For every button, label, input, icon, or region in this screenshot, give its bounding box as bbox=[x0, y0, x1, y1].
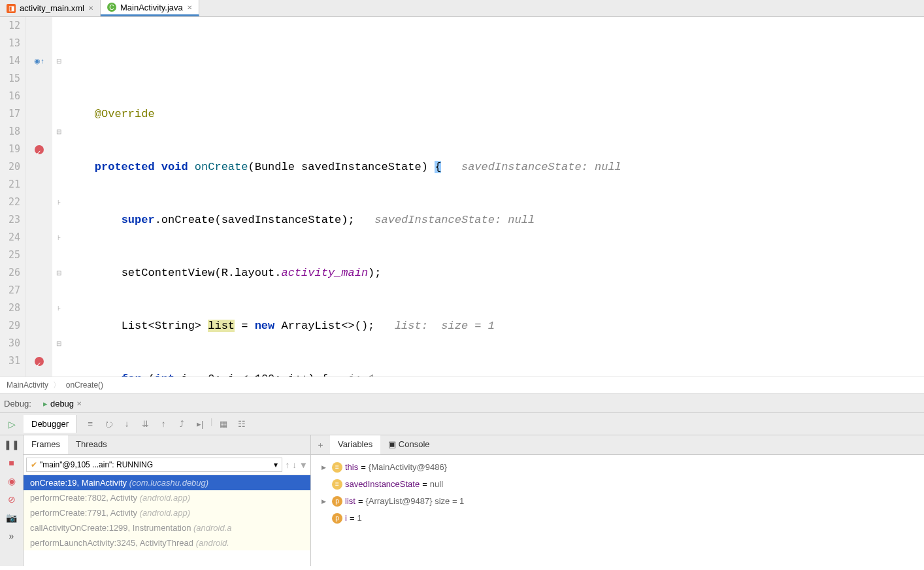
evaluate-icon[interactable]: ▦ bbox=[216, 416, 231, 432]
breadcrumb-method[interactable]: onCreate() bbox=[66, 380, 103, 390]
fold-gutter: ⊟ ⊟ ⊦ ⊦ ⊟ ⊦ ⊟ bbox=[52, 17, 65, 377]
variables-tab[interactable]: Variables bbox=[330, 435, 380, 454]
close-icon[interactable]: ✕ bbox=[187, 4, 192, 11]
debug-config-tab[interactable]: ▸ debug ✕ bbox=[38, 399, 87, 409]
dump-threads-icon[interactable]: 📷 bbox=[3, 509, 21, 527]
console-tab[interactable]: ▣ Console bbox=[380, 435, 437, 454]
variables-list[interactable]: ▶≡ this = {MainActivity@9486} ≡ savedIns… bbox=[311, 455, 924, 566]
drop-frame-icon[interactable]: ⤴ bbox=[174, 416, 190, 432]
variables-panel: ＋ Variables ▣ Console ▶≡ this = {MainAct… bbox=[311, 435, 924, 566]
variable-row[interactable]: ▶≡ this = {MainActivity@9486} bbox=[315, 459, 920, 476]
filter-icon[interactable]: ▼ bbox=[299, 460, 308, 470]
variable-row[interactable]: ≡ savedInstanceState = null bbox=[315, 476, 920, 493]
frame-item[interactable]: callActivityOnCreate:1299, Instrumentati… bbox=[24, 520, 310, 535]
frame-item[interactable]: performCreate:7802, Activity (android.ap… bbox=[24, 490, 310, 505]
tab-main-activity-java[interactable]: C MainActivity.java ✕ bbox=[101, 0, 199, 16]
thread-dropdown[interactable]: ✔ "main"@9,105 ...ain": RUNNING ▾ bbox=[26, 458, 282, 472]
breakpoint-icon[interactable] bbox=[26, 352, 52, 370]
breadcrumb[interactable]: MainActivity 〉 onCreate() bbox=[0, 377, 924, 394]
chevron-right-icon: 〉 bbox=[53, 380, 61, 390]
code-content[interactable]: @Override protected void onCreate(Bundle… bbox=[65, 17, 924, 377]
force-step-into-icon[interactable]: ⇊ bbox=[137, 416, 153, 432]
pause-button[interactable]: ❚❚ bbox=[3, 435, 21, 454]
add-watch-icon[interactable]: ＋ bbox=[311, 435, 330, 454]
param-icon: p bbox=[332, 496, 342, 507]
step-into-icon[interactable]: ↓ bbox=[119, 416, 135, 432]
android-icon: ▸ bbox=[43, 399, 48, 409]
threads-tab[interactable]: Threads bbox=[68, 435, 115, 454]
expand-icon[interactable]: ▶ bbox=[322, 459, 329, 476]
show-execution-point-icon[interactable]: ≡ bbox=[82, 416, 98, 432]
close-icon[interactable]: ✕ bbox=[76, 400, 82, 407]
xml-file-icon: ◨ bbox=[7, 4, 16, 13]
trace-icon[interactable]: ☷ bbox=[234, 416, 250, 432]
code-editor[interactable]: 1213141516171819202122232425262728293031… bbox=[0, 17, 924, 377]
line-number-gutter: 1213141516171819202122232425262728293031 bbox=[0, 17, 26, 377]
frames-panel: Frames Threads ✔ "main"@9,105 ...ain": R… bbox=[24, 435, 311, 566]
view-breakpoints-icon[interactable]: ◉ bbox=[3, 472, 21, 490]
variable-row[interactable]: ▶p list = {ArrayList@9487} size = 1 bbox=[315, 493, 920, 510]
thread-selector-row: ✔ "main"@9,105 ...ain": RUNNING ▾ ↑ ↓ ▼ bbox=[24, 455, 310, 475]
frame-item[interactable]: performCreate:7791, Activity (android.ap… bbox=[24, 505, 310, 520]
stop-button[interactable]: ■ bbox=[3, 454, 21, 472]
frames-tab[interactable]: Frames bbox=[24, 435, 68, 454]
debugger-tab[interactable]: Debugger bbox=[24, 415, 77, 433]
frame-item[interactable]: performLaunchActivity:3245, ActivityThre… bbox=[24, 535, 310, 550]
tab-label: MainActivity.java bbox=[120, 3, 183, 12]
tab-label: activity_main.xml bbox=[20, 3, 84, 13]
breakpoint-icon[interactable] bbox=[26, 141, 52, 158]
gutter-icon-column: ◉↑ bbox=[26, 17, 52, 377]
param-icon: p bbox=[332, 513, 342, 524]
debugger-toolbar: ▷ Debugger ≡ ⭮ ↓ ⇊ ↑ ⤴ ▸| | ▦ ☷ bbox=[0, 413, 924, 435]
frames-list[interactable]: onCreate:19, MainActivity (com.lucashu.d… bbox=[24, 475, 310, 566]
chevron-down-icon: ▾ bbox=[274, 460, 278, 469]
debug-body: ❚❚ ■ ◉ ⊘ 📷 » Frames Threads ✔ "main"@9,1… bbox=[0, 435, 924, 566]
close-icon[interactable]: ✕ bbox=[88, 5, 93, 12]
resume-button[interactable]: ▷ bbox=[3, 415, 21, 433]
java-class-icon: C bbox=[107, 3, 116, 12]
run-to-cursor-icon[interactable]: ▸| bbox=[192, 416, 208, 432]
debug-label: Debug: bbox=[4, 399, 31, 409]
editor-tabs: ◨ activity_main.xml ✕ C MainActivity.jav… bbox=[0, 0, 924, 17]
prev-frame-icon[interactable]: ↑ bbox=[285, 460, 289, 470]
step-over-icon[interactable]: ⭮ bbox=[101, 416, 116, 432]
next-frame-icon[interactable]: ↓ bbox=[292, 460, 297, 470]
tab-activity-main-xml[interactable]: ◨ activity_main.xml ✕ bbox=[0, 0, 101, 16]
variable-row[interactable]: p i = 1 bbox=[315, 510, 920, 527]
step-out-icon[interactable]: ↑ bbox=[156, 416, 171, 432]
frame-item[interactable]: onCreate:19, MainActivity (com.lucashu.d… bbox=[24, 475, 310, 490]
console-icon: ▣ bbox=[388, 439, 396, 449]
checkmark-icon: ✔ bbox=[31, 460, 37, 469]
expand-icon[interactable]: ▶ bbox=[322, 493, 329, 510]
debug-tool-window-header: Debug: ▸ debug ✕ bbox=[0, 394, 924, 413]
settings-icon[interactable]: » bbox=[3, 527, 21, 545]
override-icon[interactable]: ◉↑ bbox=[26, 52, 52, 70]
mute-breakpoints-icon[interactable]: ⊘ bbox=[3, 490, 21, 509]
breadcrumb-class[interactable]: MainActivity bbox=[7, 380, 48, 390]
field-icon: ≡ bbox=[332, 462, 342, 473]
field-icon: ≡ bbox=[332, 479, 342, 490]
